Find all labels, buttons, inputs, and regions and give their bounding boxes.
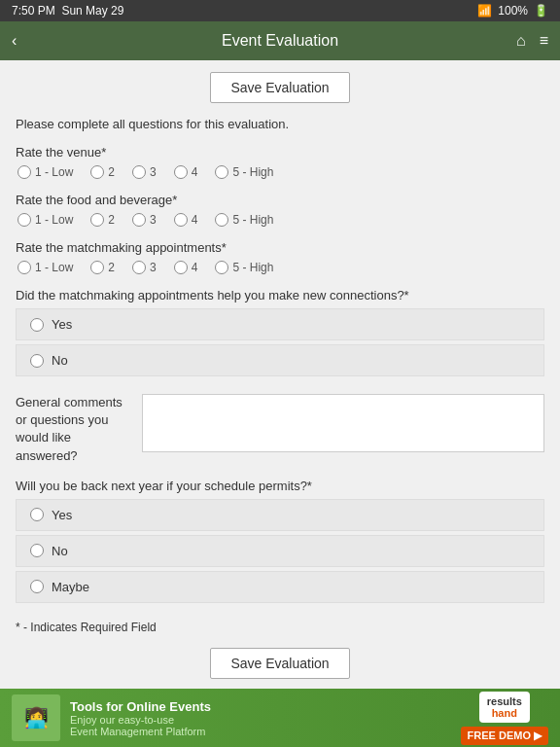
rating-venue-1[interactable]: 1 - Low: [18, 165, 73, 179]
rating-venue-2[interactable]: 2: [90, 165, 115, 179]
next-year-no-label: No: [52, 544, 68, 558]
ad-logo-brand: hand: [487, 707, 522, 719]
radio-food-3[interactable]: [132, 213, 146, 227]
question-next-year: Will you be back next year if your sched…: [16, 479, 544, 607]
question-next-year-label: Will you be back next year if your sched…: [16, 479, 544, 493]
radio-food-1[interactable]: [18, 213, 31, 227]
home-icon[interactable]: ⌂: [516, 32, 526, 50]
rating-mm-5[interactable]: 5 - High: [215, 261, 273, 274]
comments-row: General comments or questions you would …: [16, 394, 544, 465]
header: ‹ Event Evaluation ⌂ ≡: [0, 21, 560, 60]
page-title: Event Evaluation: [60, 32, 500, 50]
connections-yes[interactable]: Yes: [16, 308, 544, 340]
radio-food-5[interactable]: [215, 213, 228, 227]
ad-image: 👩‍💻: [12, 694, 60, 741]
radio-venue-1[interactable]: [18, 165, 31, 179]
ad-banner[interactable]: 👩‍💻 Tools for Online Events Enjoy our ea…: [0, 689, 560, 747]
radio-food-4[interactable]: [174, 213, 188, 227]
next-year-yes-label: Yes: [52, 508, 72, 522]
save-button-top[interactable]: Save Evaluation: [210, 72, 349, 103]
comments-label: General comments or questions you would …: [16, 394, 132, 465]
connections-no-label: No: [52, 353, 68, 368]
radio-nextyear-yes[interactable]: [30, 508, 44, 521]
required-note: * - Indicates Required Field: [16, 621, 544, 634]
next-year-options: Yes No Maybe: [16, 499, 544, 607]
radio-mm-3[interactable]: [132, 261, 146, 274]
connections-options: Yes No: [16, 308, 544, 380]
ad-demo-button[interactable]: FREE DEMO ▶: [461, 727, 548, 745]
ad-subtitle: Enjoy our easy-to-use: [70, 714, 451, 726]
ad-subtitle2: Event Management Platform: [70, 726, 451, 737]
radio-venue-3[interactable]: [132, 165, 146, 179]
question-venue: Rate the venue* 1 - Low 2 3 4 5 - High: [16, 145, 544, 179]
rating-food-2[interactable]: 2: [90, 213, 115, 227]
radio-connections-yes[interactable]: [30, 318, 44, 332]
rating-mm-1[interactable]: 1 - Low: [18, 261, 73, 274]
comments-input[interactable]: [142, 394, 544, 452]
radio-venue-4[interactable]: [174, 165, 188, 179]
rating-food-1[interactable]: 1 - Low: [18, 213, 73, 227]
back-button[interactable]: ‹: [12, 32, 17, 50]
status-icons: 📶 100% 🔋: [477, 4, 548, 18]
rating-venue-3[interactable]: 3: [132, 165, 157, 179]
radio-connections-no[interactable]: [30, 354, 44, 368]
ad-logo-top: results: [487, 695, 522, 707]
rating-matchmaking-row: 1 - Low 2 3 4 5 - High: [18, 261, 544, 274]
rating-venue-4[interactable]: 4: [174, 165, 198, 179]
next-year-maybe[interactable]: Maybe: [16, 571, 544, 603]
battery-icon: 🔋: [534, 4, 548, 18]
next-year-no[interactable]: No: [16, 535, 544, 567]
rating-venue-5[interactable]: 5 - High: [215, 165, 273, 179]
instruction-text: Please complete all questions for this e…: [16, 117, 544, 131]
question-connections: Did the matchmaking appointments help yo…: [16, 288, 544, 380]
next-year-yes[interactable]: Yes: [16, 499, 544, 531]
radio-mm-5[interactable]: [215, 261, 228, 274]
radio-venue-5[interactable]: [215, 165, 228, 179]
radio-food-2[interactable]: [90, 213, 104, 227]
save-button-top-container: Save Evaluation: [16, 72, 544, 103]
rating-mm-3[interactable]: 3: [132, 261, 157, 274]
connections-yes-label: Yes: [52, 317, 72, 332]
radio-venue-2[interactable]: [90, 165, 104, 179]
form-content: Save Evaluation Please complete all ques…: [0, 60, 560, 689]
rating-venue-row: 1 - Low 2 3 4 5 - High: [18, 165, 544, 179]
menu-icon[interactable]: ≡: [540, 32, 548, 50]
radio-nextyear-maybe[interactable]: [30, 580, 44, 593]
wifi-icon: 📶: [477, 4, 492, 18]
radio-mm-4[interactable]: [174, 261, 188, 274]
battery-label: 100%: [498, 4, 528, 18]
question-matchmaking: Rate the matchmaking appointments* 1 - L…: [16, 240, 544, 274]
ad-logo: results hand: [479, 692, 530, 723]
ad-text-block: Tools for Online Events Enjoy our easy-t…: [70, 699, 451, 737]
question-venue-label: Rate the venue*: [16, 145, 544, 160]
radio-nextyear-no[interactable]: [30, 544, 44, 557]
radio-mm-1[interactable]: [18, 261, 31, 274]
next-year-maybe-label: Maybe: [52, 580, 89, 594]
rating-food-3[interactable]: 3: [132, 213, 157, 227]
question-connections-label: Did the matchmaking appointments help yo…: [16, 288, 544, 302]
rating-food-5[interactable]: 5 - High: [215, 213, 273, 227]
save-button-bottom[interactable]: Save Evaluation: [210, 648, 349, 679]
rating-mm-4[interactable]: 4: [174, 261, 198, 274]
connections-no[interactable]: No: [16, 344, 544, 376]
radio-mm-2[interactable]: [90, 261, 104, 274]
status-bar: 7:50 PM Sun May 29 📶 100% 🔋: [0, 0, 560, 21]
ad-title: Tools for Online Events: [70, 699, 451, 714]
rating-food-row: 1 - Low 2 3 4 5 - High: [18, 213, 544, 227]
rating-mm-2[interactable]: 2: [90, 261, 115, 274]
rating-food-4[interactable]: 4: [174, 213, 198, 227]
question-food-label: Rate the food and beverage*: [16, 193, 544, 207]
save-button-bottom-container: Save Evaluation: [16, 648, 544, 679]
question-matchmaking-label: Rate the matchmaking appointments*: [16, 240, 544, 255]
status-time-date: 7:50 PM Sun May 29: [12, 4, 123, 18]
question-food: Rate the food and beverage* 1 - Low 2 3 …: [16, 193, 544, 227]
